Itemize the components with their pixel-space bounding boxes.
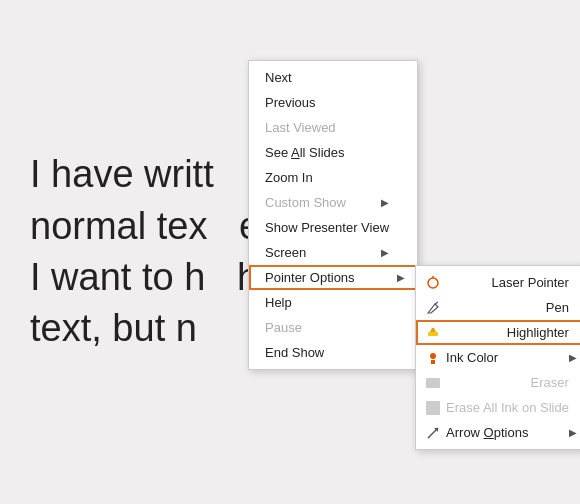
arrow-options-icon — [426, 426, 440, 440]
menu-item-pause[interactable]: Pause — [249, 315, 417, 340]
svg-rect-3 — [428, 332, 438, 336]
submenu-item-erase-all[interactable]: Erase All Ink on Slide — [416, 395, 580, 420]
eraser-icon — [426, 378, 440, 388]
erase-all-label: Erase All Ink on Slide — [446, 400, 569, 415]
highlighter-label: Highlighter — [507, 325, 569, 340]
laser-pointer-icon — [426, 276, 440, 290]
submenu-item-pen[interactable]: Pen — [416, 295, 580, 320]
menu-item-end-show[interactable]: End Show — [249, 340, 417, 365]
ink-color-icon — [426, 351, 440, 365]
highlighter-icon — [426, 326, 440, 340]
menu-item-next[interactable]: Next — [249, 65, 417, 90]
submenu-item-arrow-options[interactable]: Arrow Options ▶ — [416, 420, 580, 445]
eraser-label: Eraser — [531, 375, 569, 390]
submenu-item-highlighter[interactable]: Highlighter — [416, 320, 580, 345]
menu-item-help[interactable]: Help — [249, 290, 417, 315]
pointer-options-label: Pointer Options — [265, 270, 355, 285]
menu-item-zoom-in[interactable]: Zoom In — [249, 165, 417, 190]
arrow-icon: ▶ — [381, 197, 389, 208]
pen-icon — [426, 301, 440, 315]
ink-color-label: Ink Color — [446, 350, 498, 365]
pen-label: Pen — [546, 300, 569, 315]
arrow-icon: ▶ — [381, 247, 389, 258]
arrow-icon: ▶ — [397, 272, 405, 283]
menu-item-screen[interactable]: Screen ▶ — [249, 240, 417, 265]
menu-item-previous[interactable]: Previous — [249, 90, 417, 115]
pointer-submenu: Laser Pointer Pen Highlighter — [415, 265, 580, 450]
arrow-options-arrow: ▶ — [569, 427, 577, 438]
submenu-item-eraser[interactable]: Eraser — [416, 370, 580, 395]
menu-item-see-all-slides[interactable]: See All Slides — [249, 140, 417, 165]
ink-color-arrow: ▶ — [569, 352, 577, 363]
laser-pointer-label: Laser Pointer — [492, 275, 569, 290]
svg-point-0 — [428, 278, 438, 288]
context-menu: Next Previous Last Viewed See All Slides… — [248, 60, 418, 370]
erase-all-icon — [426, 401, 440, 415]
arrow-options-label: Arrow Options — [446, 425, 528, 440]
menu-item-pointer-options[interactable]: Pointer Options ▶ Laser Pointer Pen — [249, 265, 417, 290]
svg-point-5 — [430, 353, 436, 359]
submenu-item-laser-pointer[interactable]: Laser Pointer — [416, 270, 580, 295]
submenu-item-ink-color[interactable]: Ink Color ▶ — [416, 345, 580, 370]
svg-line-2 — [435, 302, 438, 304]
svg-marker-4 — [430, 328, 436, 332]
svg-rect-6 — [431, 360, 435, 364]
menu-container: Next Previous Last Viewed See All Slides… — [248, 60, 418, 370]
menu-item-custom-show[interactable]: Custom Show ▶ — [249, 190, 417, 215]
menu-item-last-viewed[interactable]: Last Viewed — [249, 115, 417, 140]
menu-item-show-presenter-view[interactable]: Show Presenter View — [249, 215, 417, 240]
